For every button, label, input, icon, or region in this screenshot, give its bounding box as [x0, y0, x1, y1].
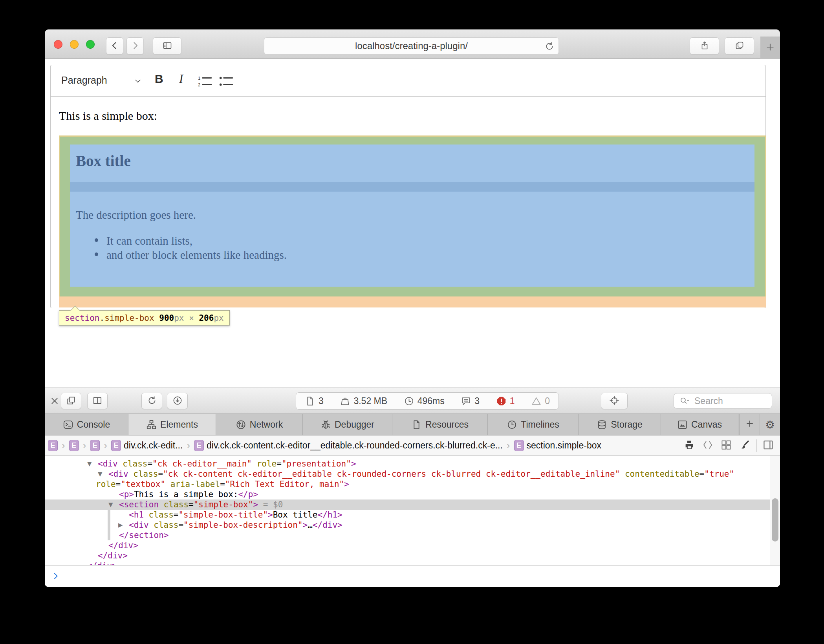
add-tab-button[interactable]	[739, 414, 760, 435]
tab-storage[interactable]: Storage	[579, 414, 661, 435]
margin-highlight	[59, 296, 766, 307]
dom-line[interactable]: ▼<div class="ck ck-content ck-editor__ed…	[98, 469, 734, 479]
tab-label: Debugger	[335, 419, 374, 430]
dock-side-button[interactable]	[87, 393, 108, 409]
stat-bubble[interactable]: 3	[461, 396, 480, 406]
stat-clock[interactable]: 496ms	[404, 396, 445, 406]
stat-weight[interactable]: 3.52 MB	[340, 396, 387, 406]
dom-line[interactable]: <p>This is a simple box:</p>	[119, 489, 258, 499]
scrollbar[interactable]	[770, 456, 780, 565]
stat-warning[interactable]: 0	[531, 396, 550, 406]
scrollbar-thumb[interactable]	[772, 498, 778, 542]
code-token: =	[699, 469, 705, 479]
element-picker-button[interactable]	[601, 393, 628, 409]
code-token	[118, 459, 123, 468]
disclosure-open-icon[interactable]: ▼	[108, 499, 119, 510]
breadcrumb-item[interactable]: Esection.simple-box	[514, 440, 601, 451]
reload-icon[interactable]	[544, 41, 555, 51]
disclosure-open-icon[interactable]: ▼	[98, 469, 108, 479]
dom-line[interactable]: role="textbox" aria-label="Rich Text Edi…	[96, 479, 349, 489]
numbered-list-button[interactable]: 12	[198, 75, 212, 88]
tab-network[interactable]: Network	[216, 414, 303, 435]
breadcrumb-item[interactable]: Ediv.ck.ck-content.ck-editor__editable.c…	[194, 440, 503, 451]
share-button[interactable]	[690, 37, 719, 55]
zoom-window-button[interactable]	[86, 40, 95, 49]
code-token: </div>	[108, 541, 138, 550]
code-token: "textbox"	[121, 479, 165, 489]
code-token: "simple-box-title"	[178, 510, 268, 520]
download-web-archive-button[interactable]	[167, 393, 188, 409]
breadcrumb-item[interactable]: E	[48, 440, 58, 451]
tab-elements[interactable]: Elements	[128, 414, 216, 435]
code-token: "ck ck-content ck-editor__editable ck-ro…	[163, 469, 620, 479]
resources-icon	[411, 419, 422, 430]
chevron-right-icon: ›	[507, 439, 510, 452]
back-button[interactable]	[106, 37, 123, 55]
disclosure-closed-icon[interactable]: ▶	[118, 520, 129, 530]
show-tabs-button[interactable]	[725, 37, 754, 55]
tab-label: Elements	[160, 419, 198, 430]
close-window-button[interactable]	[54, 40, 62, 49]
detach-inspector-button[interactable]	[61, 393, 81, 409]
new-tab-button[interactable]	[760, 37, 780, 59]
tooltip-token: ×	[184, 313, 199, 323]
code-token: "presentation"	[282, 459, 351, 468]
code-token: <div	[108, 469, 128, 479]
stat-doc[interactable]: 3	[305, 396, 324, 406]
canvas-icon	[677, 419, 688, 430]
reload-page-button[interactable]	[141, 393, 162, 409]
disclosure-open-icon[interactable]: ▼	[87, 459, 98, 469]
dom-line[interactable]: </div>	[87, 561, 117, 565]
dom-line[interactable]: <h1 class="simple-box-title">Box title</…	[129, 510, 342, 520]
chevron-down-icon[interactable]	[133, 76, 143, 86]
breadcrumb-label: section.simple-box	[527, 440, 601, 451]
sidebar-right-icon	[762, 439, 774, 452]
stat-error[interactable]: 1	[496, 396, 515, 406]
grid-overlay-button[interactable]	[720, 439, 733, 452]
element-highlight-overlay: Box title The description goes here. It …	[59, 135, 766, 307]
code-token: </p>	[238, 490, 258, 499]
minimize-window-button[interactable]	[70, 40, 79, 49]
settings-button[interactable]: ⚙︎	[760, 414, 780, 435]
tab-console[interactable]: Console	[45, 414, 128, 435]
tab-canvas[interactable]: Canvas	[661, 414, 738, 435]
elements-icon	[146, 419, 157, 430]
bulleted-list-button[interactable]	[219, 75, 234, 88]
breadcrumb-item[interactable]: E	[90, 440, 100, 451]
svg-text:2: 2	[198, 82, 200, 87]
show-source-button[interactable]	[701, 439, 714, 452]
dom-line[interactable]: </div>	[108, 540, 138, 551]
breadcrumb-item[interactable]: E	[69, 440, 79, 451]
tab-debugger[interactable]: Debugger	[303, 414, 392, 435]
code-token	[128, 469, 134, 479]
address-bar[interactable]: localhost/creating-a-plugin/	[264, 37, 559, 55]
simple-box-content: Box title The description goes here. It …	[69, 143, 756, 298]
dom-line[interactable]: </section>	[119, 530, 168, 540]
forward-button[interactable]	[126, 37, 144, 55]
dom-line[interactable]: ▼<section class="simple-box"> = $0	[108, 499, 283, 510]
code-token: "simple-box"	[194, 500, 253, 509]
print-styles-button[interactable]	[683, 439, 696, 452]
console-prompt[interactable]	[45, 565, 780, 587]
bold-button[interactable]: B	[155, 72, 163, 86]
dom-line[interactable]: </div>	[98, 551, 128, 561]
tab-timelines[interactable]: Timelines	[488, 414, 579, 435]
code-token: </div>	[87, 561, 117, 565]
tab-resources[interactable]: Resources	[392, 414, 488, 435]
close-inspector-button[interactable]	[49, 396, 60, 406]
tabs-overview-icon	[735, 41, 744, 51]
italic-button[interactable]: I	[179, 72, 183, 86]
details-sidebar-button[interactable]	[762, 439, 775, 452]
timelines-icon	[507, 419, 517, 430]
dom-line[interactable]: ▶<div class="simple-box-description">…</…	[118, 520, 342, 530]
browser-titlebar: localhost/creating-a-plugin/	[45, 29, 780, 59]
element-highlight-button[interactable]	[738, 439, 751, 452]
breadcrumb-item[interactable]: Ediv.ck.ck-edit...	[111, 440, 183, 451]
inspector-tabbar: ConsoleElementsNetworkDebuggerResourcesT…	[45, 414, 780, 435]
paragraph-dropdown[interactable]: Paragraph	[61, 75, 107, 86]
search-input[interactable]	[694, 393, 769, 408]
stat-value: 496ms	[417, 396, 445, 406]
dom-line[interactable]: ▼<div class="ck ck-editor__main" role="p…	[87, 459, 356, 469]
element-size-tooltip: section.simple-box 900px × 206px	[59, 310, 230, 326]
sidebar-toggle-button[interactable]	[153, 37, 181, 55]
